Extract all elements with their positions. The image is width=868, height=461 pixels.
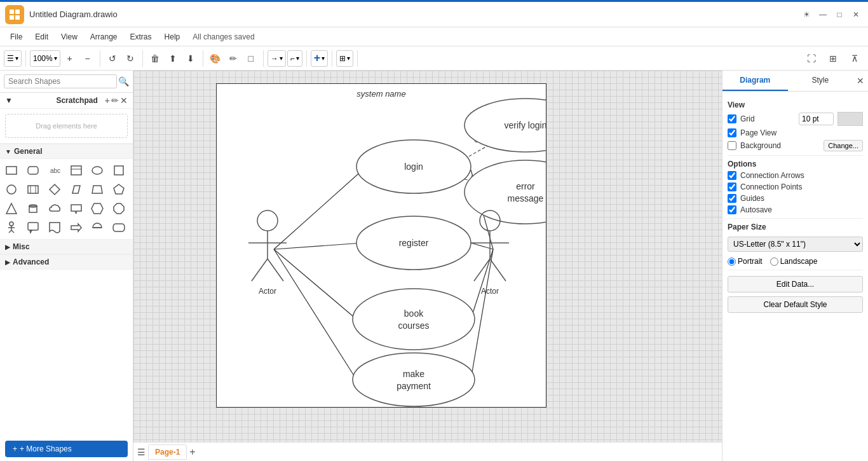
tab-style[interactable]: Style (788, 71, 853, 91)
sidebar-toggle[interactable]: ☰▾ (4, 50, 22, 67)
section-header-general[interactable]: ▼ General (0, 144, 133, 159)
svg-line-35 (274, 243, 363, 249)
menu-extras[interactable]: Extras (125, 30, 157, 44)
shape-banner[interactable] (67, 200, 85, 217)
menu-edit[interactable]: Edit (30, 30, 53, 44)
shape-parallelogram[interactable] (67, 181, 85, 198)
waypoint-style-dropdown[interactable]: ⌐▾ (287, 50, 302, 67)
shape-hexagon[interactable] (88, 200, 106, 217)
section-header-advanced[interactable]: ▶ Advanced (0, 254, 133, 270)
fill-color-button[interactable]: 🎨 (207, 50, 224, 67)
menu-view[interactable]: View (56, 30, 83, 44)
svg-rect-4 (6, 167, 17, 174)
svg-line-66 (268, 259, 283, 281)
shape-triangle[interactable] (3, 200, 20, 217)
background-checkbox[interactable] (728, 141, 736, 150)
format-button[interactable]: ⊞ (824, 50, 843, 67)
options-section-label: Options (728, 160, 863, 169)
table-dropdown[interactable]: ⊞▾ (336, 50, 353, 67)
shape-list[interactable] (67, 162, 85, 179)
landscape-radio[interactable] (770, 258, 778, 266)
shape-process[interactable] (24, 181, 42, 198)
theme-toggle-button[interactable]: ☀ (799, 8, 813, 22)
grid-checkbox[interactable] (728, 114, 736, 123)
shape-diamond[interactable] (46, 181, 64, 198)
insert-dropdown[interactable]: +▾ (311, 50, 329, 67)
landscape-label[interactable]: Landscape (770, 257, 818, 266)
page-view-checkbox[interactable] (728, 128, 736, 137)
scratchpad-add-button[interactable]: + (105, 95, 110, 106)
scratchpad-header[interactable]: ▼ Scratchpad + ✏ ✕ (0, 93, 133, 109)
shape-arrow-right[interactable] (67, 219, 85, 237)
delete-button[interactable]: 🗑 (147, 50, 163, 67)
svg-marker-15 (50, 184, 60, 195)
shape-square[interactable] (110, 162, 128, 179)
shape-pentagon[interactable] (110, 181, 128, 198)
minimize-button[interactable]: — (816, 8, 830, 22)
page-tab[interactable]: Page-1 (148, 444, 187, 460)
close-button[interactable]: ✕ (849, 8, 863, 22)
shape-stadium[interactable] (110, 219, 128, 237)
menu-file[interactable]: File (5, 30, 27, 44)
autosave-checkbox[interactable] (728, 205, 736, 214)
grid-color-swatch[interactable] (837, 112, 863, 126)
shape-octagon[interactable] (110, 200, 128, 217)
menu-arrange[interactable]: Arrange (85, 30, 123, 44)
shape-cylinder[interactable] (24, 200, 42, 217)
paper-size-select[interactable]: US-Letter (8.5" x 11") A4 (210 mm x 297 … (728, 237, 863, 252)
shape-actor[interactable] (3, 219, 20, 237)
maximize-button[interactable]: □ (832, 8, 846, 22)
shape-ellipse[interactable] (88, 162, 106, 179)
page-menu-button[interactable]: ☰ (137, 447, 146, 457)
clear-default-style-button[interactable]: Clear Default Style (728, 296, 863, 313)
portrait-label[interactable]: Portrait (728, 257, 763, 266)
svg-text:register: register (399, 238, 429, 248)
to-front-button[interactable]: ⬆ (165, 50, 181, 67)
zoom-level[interactable]: 100%▾ (30, 50, 60, 67)
shape-trapezoid[interactable] (88, 181, 106, 198)
undo-button[interactable]: ↺ (104, 50, 121, 67)
svg-rect-29 (28, 223, 38, 230)
shape-document[interactable] (46, 219, 64, 237)
guides-checkbox[interactable] (728, 194, 736, 203)
shape-semicircle[interactable] (88, 219, 106, 237)
search-shapes-input[interactable] (4, 74, 117, 88)
svg-point-24 (10, 222, 13, 226)
menu-help[interactable]: Help (159, 30, 186, 44)
tab-diagram[interactable]: Diagram (722, 71, 788, 91)
collapse-right-button[interactable]: ⊼ (845, 50, 864, 67)
scratchpad-edit-button[interactable]: ✏ (111, 95, 119, 106)
svg-point-11 (7, 185, 16, 194)
portrait-radio[interactable] (728, 258, 736, 266)
zoom-out-button[interactable]: − (79, 50, 96, 67)
connection-arrows-checkbox[interactable] (728, 171, 736, 180)
zoom-in-button[interactable]: + (62, 50, 78, 67)
right-panel-close-button[interactable]: ✕ (853, 71, 868, 91)
window-title: Untitled Diagram.drawio (29, 10, 794, 19)
connection-style-dropdown[interactable]: →▾ (268, 50, 286, 67)
fullscreen-button[interactable]: ⛶ (802, 50, 821, 67)
shape-callout[interactable] (24, 219, 42, 237)
add-page-button[interactable]: + (189, 446, 195, 458)
more-shapes-button[interactable]: + + More Shapes (5, 441, 128, 457)
scratchpad-close-button[interactable]: ✕ (120, 95, 128, 106)
shape-circle[interactable] (3, 181, 20, 198)
shape-rectangle[interactable] (3, 162, 20, 179)
shape-text[interactable]: abc (46, 162, 64, 179)
redo-button[interactable]: ↻ (122, 50, 139, 67)
section-label-misc: Misc (13, 242, 30, 251)
orientation-row: Portrait Landscape (728, 257, 863, 266)
autosave-row: Autosave (728, 205, 863, 214)
change-background-button[interactable]: Change... (824, 140, 863, 151)
shape-cloud[interactable] (46, 200, 64, 217)
connection-points-checkbox[interactable] (728, 182, 736, 191)
shape-rounded-rect[interactable] (24, 162, 42, 179)
line-color-button[interactable]: ✏ (225, 50, 241, 67)
grid-size-input[interactable] (799, 113, 834, 125)
shadow-button[interactable]: □ (243, 50, 259, 67)
section-header-misc[interactable]: ▶ Misc (0, 239, 133, 254)
edit-data-button[interactable]: Edit Data... (728, 276, 863, 292)
to-back-button[interactable]: ⬇ (182, 50, 199, 67)
search-shapes-button[interactable]: 🔍 (118, 76, 129, 86)
canvas-area[interactable]: system name (133, 71, 722, 461)
